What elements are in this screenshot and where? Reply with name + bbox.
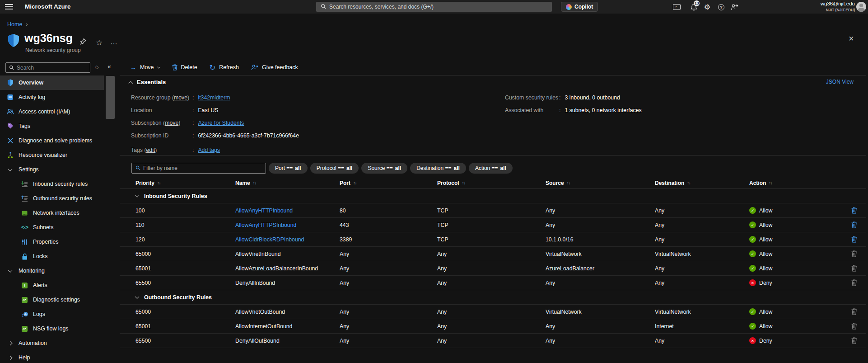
sidebar-item-network-interfaces[interactable]: Network interfaces [0, 206, 104, 220]
filter-pill-destination[interactable]: Destination ==all [410, 163, 466, 174]
column-header-destination[interactable]: Destination↑↓ [655, 180, 749, 186]
inbound-rules-icon [21, 181, 28, 187]
move-button[interactable]: → Move [130, 64, 160, 71]
delete-rule-icon[interactable] [851, 207, 857, 214]
help-icon[interactable]: ? [717, 3, 725, 11]
refresh-button[interactable]: ↻ Refresh [210, 63, 239, 72]
page-title: wg36nsg [24, 32, 73, 45]
column-header-action[interactable]: Action↑↓ [749, 180, 835, 186]
sidebar-item-diagnose[interactable]: Diagnose and solve problems [0, 133, 104, 148]
global-search[interactable] [316, 2, 552, 12]
column-header-port[interactable]: Port↑↓ [340, 180, 437, 186]
sidebar-item-inbound-security-rules[interactable]: Inbound security rules [0, 177, 104, 191]
delete-rule-icon-disabled [851, 250, 857, 257]
rule-name-link[interactable]: AllowAnyHTTPSInbound [235, 222, 296, 228]
name-filter[interactable] [131, 163, 266, 174]
json-view-link[interactable]: JSON View [826, 79, 854, 85]
sidebar-item-properties[interactable]: Properties [0, 235, 104, 249]
sidebar-item-access-control[interactable]: Access control (IAM) [0, 104, 104, 119]
sidebar-group-settings[interactable]: Settings [0, 162, 104, 177]
name-filter-input[interactable] [143, 165, 262, 171]
sidebar-scrollbar[interactable] [106, 76, 115, 119]
delete-rule-icon[interactable] [851, 236, 857, 243]
feedback-icon[interactable] [730, 3, 738, 11]
rule-row[interactable]: 65500 DenyAllInBound Any Any Any Any ×De… [120, 276, 866, 290]
rule-name-link[interactable]: AllowCidrBlockRDPInbound [235, 236, 304, 243]
section-outbound-rules[interactable]: Outbound Security Rules [120, 290, 866, 305]
logs-icon [21, 311, 28, 317]
rule-row[interactable]: 65001 AllowAzureLoadBalancerInBound Any … [120, 261, 866, 276]
sidebar-item-locks[interactable]: Locks [0, 249, 104, 264]
essentials-row-associated-with: Associated with : 1 subnets, 0 network i… [505, 104, 642, 117]
hamburger-menu-icon[interactable] [5, 4, 13, 9]
rule-row[interactable]: 120 AllowCidrBlockRDPInbound 3389 TCP 10… [120, 232, 866, 247]
copilot-icon [566, 4, 572, 10]
global-search-input[interactable] [329, 4, 547, 10]
edit-tags-link[interactable]: edit [146, 147, 155, 153]
allow-check-icon: ✓ [749, 207, 756, 214]
sidebar-search[interactable] [5, 62, 90, 73]
collapse-menu-icon[interactable]: « [107, 63, 111, 70]
account-info[interactable]: wg36@njit.edu NJIT (NJIT.EDU) [821, 1, 855, 12]
move-subscription-link[interactable]: move [165, 120, 178, 126]
rule-row[interactable]: 65000 AllowVnetOutBound Any Any VirtualN… [120, 305, 866, 319]
close-blade-icon[interactable]: × [849, 33, 854, 44]
rule-row[interactable]: 65001 AllowInternetOutBound Any Any Any … [120, 319, 866, 334]
sidebar-menu: Overview Activity log Access control (IA… [0, 75, 104, 363]
search-icon [321, 3, 326, 11]
sidebar-search-input[interactable] [17, 65, 87, 71]
sidebar-item-logs[interactable]: Logs [0, 307, 104, 321]
more-actions-icon[interactable]: … [110, 38, 118, 46]
sidebar-group-monitoring[interactable]: Monitoring [0, 264, 104, 278]
sort-icon: ↑↓ [687, 180, 691, 185]
section-inbound-rules[interactable]: Inbound Security Rules [120, 189, 866, 203]
sidebar-item-overview[interactable]: Overview [0, 75, 104, 90]
sidebar-item-diagnostic-settings[interactable]: Diagnostic settings [0, 292, 104, 307]
allow-check-icon: ✓ [749, 308, 756, 315]
filter-pill-action[interactable]: Action ==all [469, 163, 513, 174]
sort-icon: ↑↓ [157, 180, 161, 185]
sidebar-item-tags[interactable]: Tags [0, 119, 104, 133]
avatar[interactable] [856, 2, 866, 12]
sidebar-item-subnets[interactable]: <·> Subnets [0, 220, 104, 235]
delete-button[interactable]: Delete [172, 64, 197, 71]
cloud-shell-icon[interactable]: >_ [672, 3, 681, 11]
column-header-source[interactable]: Source↑↓ [546, 180, 655, 186]
filter-pill-source[interactable]: Source ==all [361, 163, 407, 174]
add-tags-link[interactable]: Add tags [198, 147, 220, 153]
rule-row[interactable]: 65000 AllowVnetInBound Any Any VirtualNe… [120, 247, 866, 261]
filter-pill-protocol[interactable]: Protocol ==all [310, 163, 359, 174]
rule-row[interactable]: 100 AllowAnyHTTPInbound 80 TCP Any Any ✓… [120, 203, 866, 218]
rule-name-link[interactable]: AllowAnyHTTPInbound [235, 207, 293, 214]
filter-pill-port[interactable]: Port ==all [269, 163, 308, 174]
panel-toggle-icon[interactable]: ◇ [95, 64, 98, 70]
sidebar-group-help[interactable]: Help [0, 350, 104, 363]
settings-gear-icon[interactable]: ⚙ [703, 3, 711, 11]
sidebar-item-resource-visualizer[interactable]: Resource visualizer [0, 148, 104, 162]
rule-row[interactable]: 65500 DenyAllOutBound Any Any Any Any ×D… [120, 334, 866, 348]
diagnostic-settings-icon [21, 297, 28, 303]
people-icon [6, 108, 14, 115]
sidebar-item-activity-log[interactable]: Activity log [0, 90, 104, 104]
delete-rule-icon[interactable] [851, 222, 857, 228]
sidebar-item-alerts[interactable]: ! Alerts [0, 278, 104, 292]
sidebar-item-nsg-flow-logs[interactable]: NSG flow logs [0, 321, 104, 336]
sidebar-item-outbound-security-rules[interactable]: Outbound security rules [0, 191, 104, 206]
pin-icon[interactable] [79, 38, 87, 47]
move-resource-group-link[interactable]: move [174, 94, 187, 101]
flow-logs-icon [21, 326, 28, 332]
essentials-toggle[interactable]: Essentials [129, 79, 166, 85]
column-header-protocol[interactable]: Protocol↑↓ [437, 180, 546, 186]
give-feedback-button[interactable]: Give feedback [251, 64, 298, 71]
column-header-priority[interactable]: Priority↑↓ [135, 180, 235, 186]
delete-trash-icon [172, 64, 177, 71]
copilot-button[interactable]: Copilot [561, 2, 598, 12]
resource-group-link[interactable]: it342midterm [198, 94, 230, 101]
sidebar-group-automation[interactable]: Automation [0, 336, 104, 350]
rule-row[interactable]: 110 AllowAnyHTTPSInbound 443 TCP Any Any… [120, 218, 866, 232]
column-header-name[interactable]: Name↑↓ [235, 180, 340, 186]
subscription-link[interactable]: Azure for Students [198, 120, 244, 126]
breadcrumb-home-link[interactable]: Home [7, 21, 22, 28]
search-icon [9, 64, 14, 72]
favorite-star-icon[interactable]: ☆ [96, 38, 103, 47]
